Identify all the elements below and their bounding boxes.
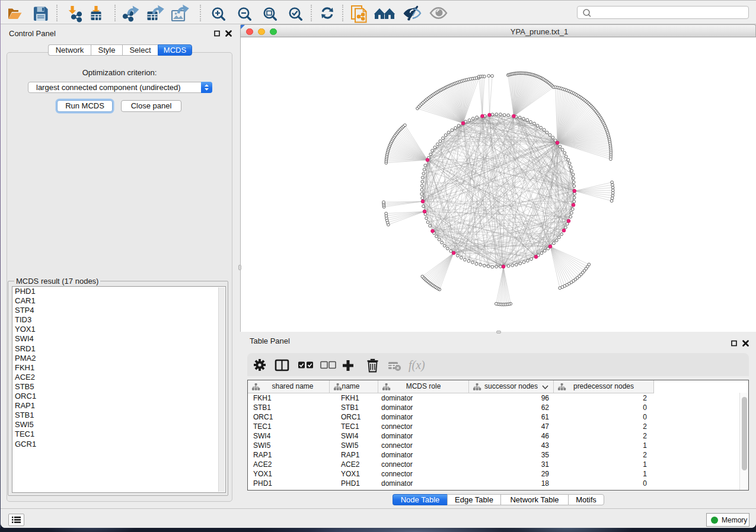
svg-text:f(x): f(x) (409, 358, 425, 372)
